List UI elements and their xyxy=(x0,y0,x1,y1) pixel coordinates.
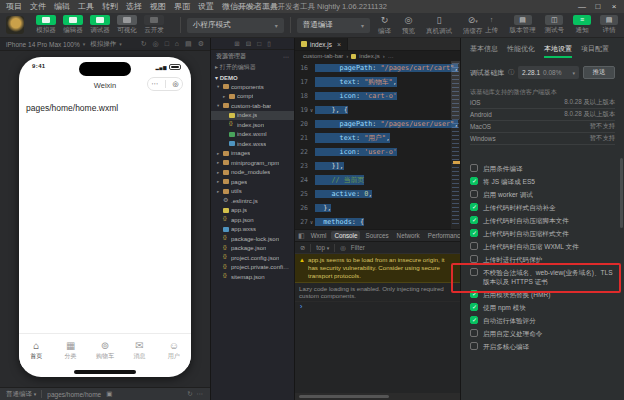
checkbox[interactable] xyxy=(470,242,478,250)
toolbar-right-button[interactable]: ≡ 通知 xyxy=(573,15,591,35)
explorer-tool-icon[interactable]: ⊟ xyxy=(246,40,251,48)
clear-console-icon[interactable]: ⊘ xyxy=(300,244,305,251)
breadcrumb[interactable]: custom-tab-bar › index.js › … xyxy=(295,51,460,61)
phone-tab[interactable]: ✉ 消息 xyxy=(122,334,156,367)
tree-item[interactable]: .eslintrc.js xyxy=(211,196,294,206)
editor-minimap[interactable] xyxy=(451,61,460,229)
simulator-tool-icon[interactable]: ▤ xyxy=(185,40,192,48)
menu-item[interactable]: 设置 xyxy=(194,1,218,12)
panel-toggle-button[interactable]: 云开发 xyxy=(144,15,164,35)
checkbox[interactable] xyxy=(470,255,478,263)
code-editor[interactable]: 16 pagePath: "/pages/cart/cart", 17 text… xyxy=(295,61,460,229)
tree-item[interactable]: sitemap.json xyxy=(211,272,294,282)
minimap-thumb[interactable] xyxy=(451,61,460,119)
tree-item[interactable]: ▾ custom-tab-bar xyxy=(211,101,294,111)
setting-option[interactable]: 上传代码时自动压缩样式文件 xyxy=(470,229,615,238)
scrollbar-thumb[interactable] xyxy=(299,395,389,398)
tree-item[interactable]: package-lock.json xyxy=(211,234,294,244)
tree-item[interactable]: project.config.json xyxy=(211,253,294,263)
maximize-button[interactable]: □ xyxy=(590,0,606,13)
simulator-status-icons[interactable]: ↻ ⋯ xyxy=(187,390,204,398)
mode-dropdown[interactable]: 小程序模式 ▾ xyxy=(187,18,284,33)
checkbox[interactable] xyxy=(470,164,478,172)
panel-toggle-button[interactable]: 编辑器 xyxy=(63,15,83,35)
phone-tab[interactable]: ⊚ 购物车 xyxy=(88,334,122,367)
debugger-tab[interactable]: Sources xyxy=(362,231,391,240)
tree-item[interactable]: app.json xyxy=(211,215,294,225)
setting-option[interactable]: 启用条件编译 xyxy=(470,164,615,173)
simulator-tool-icon[interactable]: ⚙ xyxy=(198,40,204,48)
minimize-button[interactable]: — xyxy=(574,0,590,13)
horizontal-scrollbar[interactable] xyxy=(295,393,460,400)
tree-item[interactable]: ▸ node_modules xyxy=(211,168,294,178)
toolbar-right-button[interactable]: ↑ 上传 xyxy=(483,15,501,35)
tree-item[interactable]: app.js xyxy=(211,206,294,216)
phone-frame[interactable]: 9:41 ▂▄▆ Weixin ⋯ ◎ xyxy=(19,57,191,377)
menu-item[interactable]: 选择 xyxy=(122,1,146,12)
checkbox[interactable] xyxy=(470,342,478,350)
checkbox[interactable] xyxy=(470,268,478,276)
panel-toggle-button[interactable]: 可视化 xyxy=(117,15,137,35)
panel-toggle-button[interactable]: 调试器 xyxy=(90,15,110,35)
setting-option[interactable]: 不校验合法域名、web-view(业务域名)、TLS 版本以及 HTTPS 证书 xyxy=(470,268,615,286)
explorer-tool-icon[interactable]: □ xyxy=(257,40,261,47)
details-tab[interactable]: 项目配置 xyxy=(581,40,609,58)
setting-option[interactable]: 启用自定义处理命令 xyxy=(470,329,615,338)
setting-option[interactable]: 上传代码时样式自动补全 xyxy=(470,203,615,212)
checkbox[interactable] xyxy=(470,216,478,224)
debugger-tab[interactable]: Wxml xyxy=(308,231,330,240)
tree-item[interactable]: app.wxss xyxy=(211,225,294,235)
editor-tab[interactable]: index.js × xyxy=(295,38,348,50)
menu-item[interactable]: 工具 xyxy=(74,1,98,12)
tree-item[interactable]: index.wxss xyxy=(211,139,294,149)
setting-option[interactable]: 使用 npm 模块 xyxy=(470,303,615,312)
eye-icon[interactable]: ◎ xyxy=(340,244,346,251)
menu-item[interactable]: 编辑 xyxy=(50,1,74,12)
user-avatar[interactable] xyxy=(6,16,24,34)
simulator-tool-icon[interactable]: □ xyxy=(165,40,169,48)
setting-option[interactable]: 启用 worker 调试 xyxy=(470,190,615,199)
toolbar-action-button[interactable]: ▯ 真机调试 xyxy=(426,15,452,36)
console-filter-input[interactable]: Filter xyxy=(351,244,365,251)
checkbox[interactable] xyxy=(470,203,478,211)
details-tab[interactable]: 本地设置 xyxy=(544,40,572,58)
setting-option[interactable]: 开启多核心编译 xyxy=(470,342,615,351)
phone-tab[interactable]: ▦ 分类 xyxy=(53,334,87,367)
menu-item[interactable]: 界面 xyxy=(170,1,194,12)
tree-item[interactable]: ▸ utils xyxy=(211,187,294,197)
checkbox[interactable] xyxy=(470,303,478,311)
tree-item[interactable]: ▸ miniprogram_npm xyxy=(211,158,294,168)
info-icon[interactable]: ⓘ xyxy=(508,68,514,77)
checkbox[interactable] xyxy=(470,290,478,298)
network-selector[interactable]: 模拟操作 ▾ xyxy=(90,40,122,49)
simulator-tool-icon[interactable]: ⌂ xyxy=(175,40,179,48)
explorer-tool-icon[interactable]: ⊞ xyxy=(234,40,239,48)
setting-option[interactable]: 启用模块热替换 (HMR) xyxy=(470,290,615,299)
library-version-dropdown[interactable]: 2.28.1 0.08% ▾ xyxy=(518,66,579,79)
debugger-tab[interactable]: Network xyxy=(394,231,423,240)
toolbar-right-button[interactable]: ▤ 详情 xyxy=(600,15,618,35)
more-icon[interactable]: ⋯ xyxy=(151,80,158,88)
phone-tab[interactable]: ⌂ 首页 xyxy=(19,334,53,367)
checkbox[interactable] xyxy=(470,329,478,337)
toolbar-action-button[interactable]: ⊘▾ 清缓存 xyxy=(463,15,483,36)
copy-path-icon[interactable]: ▣ xyxy=(106,390,112,398)
simulator-tool-icon[interactable]: ◎ xyxy=(153,40,159,48)
fold-icon[interactable]: ∨ xyxy=(308,219,315,225)
tree-item[interactable]: package.json xyxy=(211,244,294,254)
close-tab-icon[interactable]: × xyxy=(335,41,341,48)
setting-option[interactable]: 将 JS 编译成 ES5 xyxy=(470,177,615,186)
context-selector[interactable]: top ▾ xyxy=(316,244,329,251)
device-selector[interactable]: iPhone 14 Pro Max 100% ▾ xyxy=(6,41,85,48)
compile-mode-quick-switch[interactable]: 普通编译 ▾ xyxy=(6,390,36,399)
menu-item[interactable]: 视图 xyxy=(146,1,170,12)
tree-item[interactable]: index.json xyxy=(211,120,294,130)
checkbox[interactable] xyxy=(470,177,478,185)
device-toolbar-icon[interactable]: ◧ xyxy=(298,232,305,240)
more-actions-icon[interactable]: ⋯ xyxy=(283,53,289,60)
close-button[interactable]: × xyxy=(606,0,622,13)
capsule-menu[interactable]: ⋯ ◎ xyxy=(147,77,183,91)
details-scrollbar[interactable] xyxy=(620,158,623,228)
push-button[interactable]: 推送 xyxy=(583,66,615,79)
checkbox[interactable] xyxy=(470,229,478,237)
